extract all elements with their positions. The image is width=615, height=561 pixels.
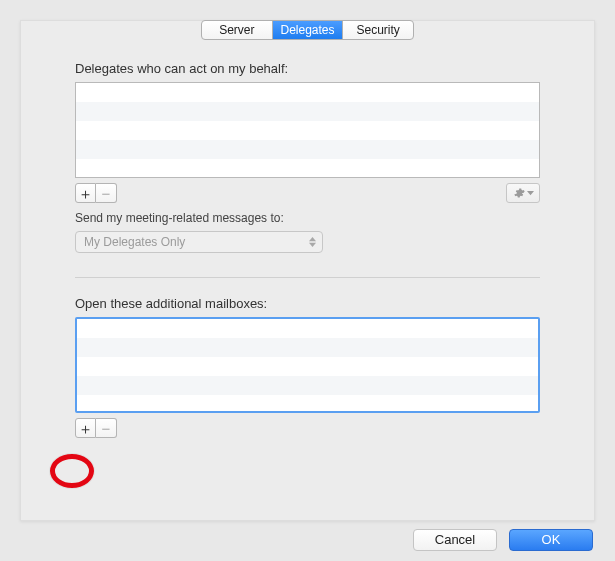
list-item bbox=[76, 102, 539, 121]
tab-server[interactable]: Server bbox=[202, 21, 273, 39]
preferences-panel: Server Delegates Security Delegates who … bbox=[20, 20, 595, 521]
cancel-button[interactable]: Cancel bbox=[413, 529, 497, 551]
dialog-buttons: Cancel OK bbox=[413, 529, 593, 551]
section-divider bbox=[75, 277, 540, 278]
mailboxes-label: Open these additional mailboxes: bbox=[75, 296, 540, 311]
delegate-options-button[interactable] bbox=[506, 183, 540, 203]
remove-delegate-button[interactable]: − bbox=[96, 183, 117, 203]
add-mailbox-button[interactable]: ＋ bbox=[75, 418, 96, 438]
list-item bbox=[76, 159, 539, 178]
mailboxes-list[interactable] bbox=[75, 317, 540, 413]
delegates-toolbar: ＋ − bbox=[75, 183, 540, 203]
minus-icon: − bbox=[102, 186, 111, 201]
list-item bbox=[77, 376, 538, 395]
delegates-add-remove: ＋ − bbox=[75, 183, 117, 203]
list-item bbox=[76, 140, 539, 159]
remove-mailbox-button[interactable]: − bbox=[96, 418, 117, 438]
list-item bbox=[77, 338, 538, 357]
send-messages-value: My Delegates Only bbox=[84, 235, 185, 249]
send-messages-select[interactable]: My Delegates Only bbox=[75, 231, 323, 253]
list-item bbox=[77, 395, 538, 414]
gear-icon bbox=[513, 187, 525, 199]
tab-bar: Server Delegates Security bbox=[201, 20, 414, 40]
list-item bbox=[77, 319, 538, 338]
minus-icon: − bbox=[102, 421, 111, 436]
chevron-down-icon bbox=[527, 191, 534, 196]
tab-security[interactable]: Security bbox=[343, 21, 413, 39]
stepper-icon bbox=[309, 237, 316, 247]
send-messages-label: Send my meeting-related messages to: bbox=[75, 211, 540, 225]
tab-delegates[interactable]: Delegates bbox=[273, 21, 344, 39]
delegates-list[interactable] bbox=[75, 82, 540, 178]
list-item bbox=[76, 121, 539, 140]
mailboxes-toolbar: ＋ − bbox=[75, 418, 540, 438]
mailboxes-add-remove: ＋ − bbox=[75, 418, 117, 438]
ok-button[interactable]: OK bbox=[509, 529, 593, 551]
list-item bbox=[76, 83, 539, 102]
plus-icon: ＋ bbox=[78, 186, 93, 201]
content-area: Delegates who can act on my behalf: ＋ − bbox=[75, 61, 540, 438]
list-item bbox=[77, 357, 538, 376]
delegates-label: Delegates who can act on my behalf: bbox=[75, 61, 540, 76]
add-delegate-button[interactable]: ＋ bbox=[75, 183, 96, 203]
plus-icon: ＋ bbox=[78, 421, 93, 436]
